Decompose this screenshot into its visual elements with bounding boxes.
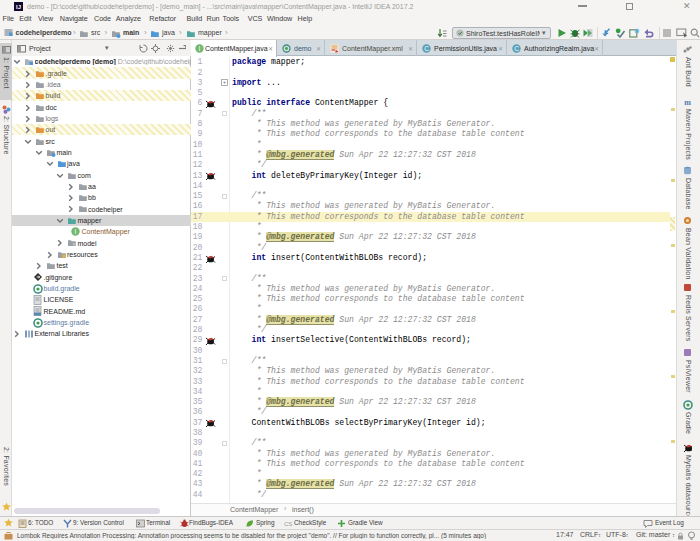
- svg-text:C: C: [514, 45, 519, 52]
- svg-text:C: C: [424, 45, 429, 52]
- svg-text:CS: CS: [284, 521, 292, 527]
- svg-text:m: m: [684, 98, 691, 107]
- svg-text:IJ: IJ: [16, 4, 21, 10]
- svg-text:I: I: [199, 45, 201, 52]
- svg-text:I: I: [75, 228, 77, 235]
